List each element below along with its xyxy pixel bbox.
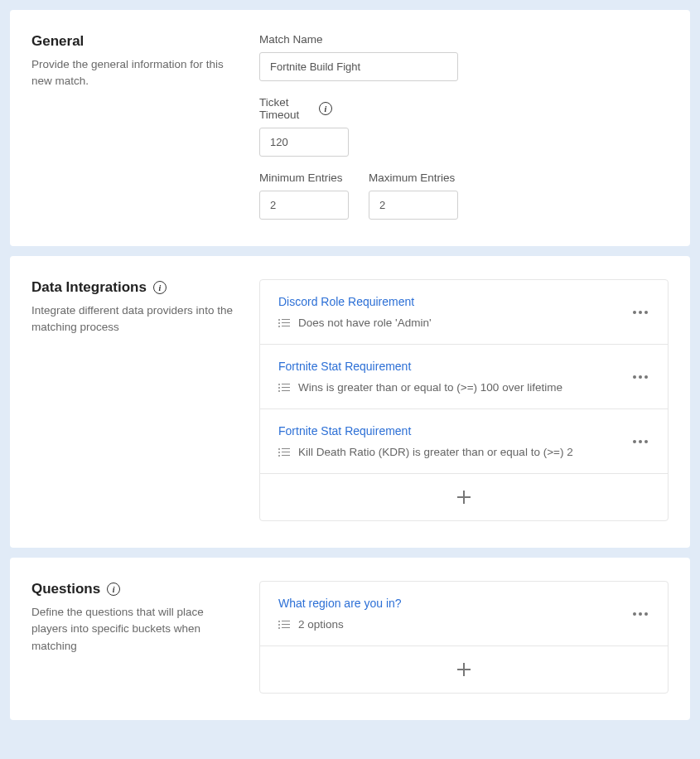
questions-card: Questions i Define the questions that wi…: [10, 558, 690, 720]
integration-item[interactable]: Discord Role Requirement Does not have r…: [260, 280, 668, 345]
integration-item-title: Fortnite Stat Requirement: [278, 360, 649, 373]
questions-desc: Define the questions that will place pla…: [31, 604, 243, 655]
max-entries-label: Maximum Entries: [369, 172, 458, 184]
integrations-desc: Integrate different data providers into …: [31, 302, 243, 336]
questions-title: Questions: [31, 581, 100, 597]
more-button[interactable]: [628, 306, 653, 319]
integrations-title: Data Integrations: [31, 279, 147, 296]
integrations-header: Data Integrations i Integrate different …: [31, 279, 243, 521]
plus-icon: [457, 491, 471, 504]
ticket-timeout-input[interactable]: [259, 128, 349, 157]
integration-item-title: Fortnite Stat Requirement: [278, 424, 649, 438]
add-integration-button[interactable]: [260, 474, 668, 520]
integration-item-title: Discord Role Requirement: [278, 295, 649, 308]
add-question-button[interactable]: [260, 646, 668, 693]
general-desc: Provide the general information for this…: [31, 56, 243, 90]
integration-item[interactable]: Fortnite Stat Requirement Wins is greate…: [260, 345, 668, 409]
general-card: General Provide the general information …: [10, 10, 690, 246]
integration-item[interactable]: Fortnite Stat Requirement Kill Death Rat…: [260, 409, 668, 474]
list-icon: [278, 448, 290, 457]
integration-item-detail: Wins is greater than or equal to (>=) 10…: [298, 381, 562, 394]
list-icon: [278, 384, 290, 392]
integration-item-detail: Does not have role 'Admin': [298, 317, 432, 329]
more-button[interactable]: [628, 435, 653, 448]
info-icon[interactable]: i: [319, 102, 332, 115]
min-entries-label: Minimum Entries: [259, 172, 349, 184]
min-entries-input[interactable]: [259, 191, 349, 220]
integrations-list: Discord Role Requirement Does not have r…: [259, 279, 669, 521]
match-name-label: Match Name: [259, 33, 669, 46]
general-header: General Provide the general information …: [31, 33, 243, 220]
info-icon[interactable]: i: [153, 281, 167, 294]
questions-list: What region are you in? 2 options: [259, 581, 669, 694]
questions-header: Questions i Define the questions that wi…: [31, 581, 243, 694]
more-button[interactable]: [628, 370, 653, 384]
question-item[interactable]: What region are you in? 2 options: [260, 582, 668, 646]
ticket-timeout-label: Ticket Timeout: [259, 96, 309, 121]
general-title: General: [31, 33, 243, 50]
max-entries-input[interactable]: [369, 191, 458, 220]
question-item-detail: 2 options: [298, 618, 344, 631]
more-button[interactable]: [628, 607, 653, 621]
integrations-card: Data Integrations i Integrate different …: [10, 256, 690, 548]
info-icon[interactable]: i: [107, 583, 120, 596]
list-icon: [278, 621, 290, 629]
match-name-input[interactable]: [259, 52, 458, 81]
list-icon: [278, 319, 290, 327]
plus-icon: [457, 663, 471, 676]
integration-item-detail: Kill Death Ratio (KDR) is greater than o…: [298, 446, 573, 458]
question-item-title: What region are you in?: [278, 597, 649, 610]
